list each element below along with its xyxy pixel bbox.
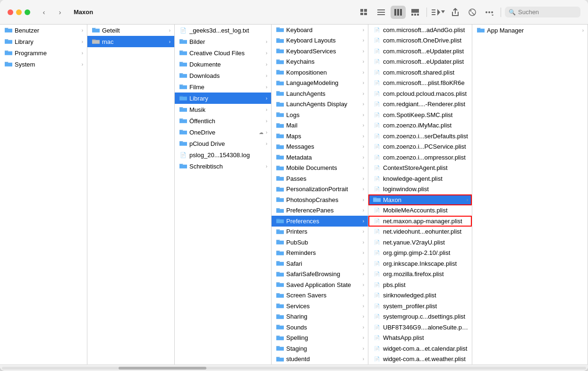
list-item[interactable]: 📄com.zoenzo.i...serDefaults.plist — [368, 131, 472, 142]
list-item[interactable]: mac › — [87, 36, 174, 47]
list-item[interactable]: 📄org.inkscape.Inkscape.plist — [368, 258, 472, 269]
list-item[interactable]: 📄com.microsoft...eUpdater.plist — [368, 46, 472, 57]
list-item[interactable]: LaunchAgents› — [272, 88, 368, 99]
minimize-button[interactable] — [16, 9, 22, 15]
list-item[interactable]: Geteilt › — [87, 25, 174, 36]
list-item[interactable]: Keyboard› — [272, 25, 368, 35]
action-button[interactable] — [482, 6, 497, 19]
maximize-button[interactable] — [25, 9, 30, 15]
list-item[interactable]: Printers› — [272, 227, 368, 237]
list-item[interactable]: Spelling› — [272, 333, 368, 344]
list-item[interactable]: Programme › — [0, 47, 87, 59]
list-item[interactable]: 📄net.maxon.app-manager.plist — [368, 216, 472, 227]
list-item[interactable]: 📄org.gimp.gimp-2.10/.plist — [368, 248, 472, 259]
list-item[interactable]: 📄com.zoenzo.iMyMac.plist — [368, 120, 472, 131]
search-input[interactable] — [518, 8, 575, 16]
scrollbar-thumb[interactable] — [119, 367, 206, 370]
list-item[interactable]: 📄com.microsoft....plist.f8oKR6e — [368, 78, 472, 89]
forward-button[interactable]: › — [54, 6, 66, 18]
list-item[interactable]: Musik › — [175, 104, 271, 115]
list-item[interactable]: Metadata› — [272, 152, 368, 163]
list-item[interactable]: Saved Application State› — [272, 279, 368, 290]
list-item[interactable]: Downloads › — [175, 70, 271, 81]
list-item[interactable]: Schreibtisch › — [175, 160, 271, 172]
list-item[interactable]: LaunchAgents Display› — [272, 99, 368, 110]
list-item[interactable]: 📄siriknowledged.plist — [368, 290, 472, 301]
list-item[interactable]: 📄com.redgiant....-Renderer.plist — [368, 99, 472, 110]
list-item[interactable]: Sharing› — [272, 312, 368, 322]
list-item[interactable]: 📄com.microsoft.shared.plist — [368, 67, 472, 78]
list-item[interactable]: Öffentlich › — [175, 115, 271, 126]
list-item[interactable]: 📄system_profiler.plist — [368, 301, 472, 312]
list-item[interactable]: 📄MobileMeAccounts.plist — [368, 205, 472, 216]
list-item[interactable]: 📄com.pcloud.pcloud.macos.plist — [368, 88, 472, 99]
list-item[interactable]: 📄widget-com.a...et.calendar.plist — [368, 343, 472, 354]
list-item[interactable]: Passes› — [272, 173, 368, 184]
list-item[interactable]: Sounds› — [272, 322, 368, 333]
list-item[interactable]: PubSub› — [272, 237, 368, 248]
list-item[interactable]: Services› — [272, 301, 368, 312]
list-item[interactable]: Logs› — [272, 110, 368, 120]
list-item[interactable]: 📄net.videohunt...eohunter.plist — [368, 227, 472, 237]
list-item[interactable]: PhotoshopCrashes› — [272, 194, 368, 205]
list-item[interactable]: Safari› — [272, 258, 368, 269]
list-item[interactable]: Filme › — [175, 81, 271, 93]
list-item[interactable]: Dokumente › — [175, 59, 271, 70]
scrollbar-track[interactable] — [2, 367, 586, 370]
list-item[interactable]: Staging› — [272, 343, 368, 354]
list-item[interactable]: pCloud Drive › — [175, 138, 271, 149]
list-item[interactable]: Bilder › — [175, 36, 271, 47]
list-item[interactable]: Keyboard Layouts› — [272, 35, 368, 46]
list-item-maxon[interactable]: Maxon› — [368, 194, 472, 205]
list-item[interactable]: 📄net.yanue.V2rayU.plist — [368, 237, 472, 248]
list-item[interactable]: PreferencePanes› — [272, 205, 368, 216]
bottom-scrollbar[interactable] — [0, 364, 588, 371]
list-item[interactable]: KeyboardServices› — [272, 46, 368, 57]
list-item[interactable]: Creative Cloud Files › — [175, 47, 271, 59]
list-item[interactable]: Benutzer › — [0, 25, 87, 36]
list-item[interactable]: 📄pbs.plist — [368, 279, 472, 290]
list-item[interactable]: 📄widget-com.a...et.weather.plist — [368, 354, 472, 365]
list-item[interactable]: 📄knowledge-agent.plist — [368, 173, 472, 184]
list-item-app-manager[interactable]: App Manager › — [472, 25, 588, 36]
view-grid-button[interactable] — [357, 6, 372, 19]
list-item[interactable]: 📄com.SpotiKeep.SMC.plist — [368, 110, 472, 120]
view-list-button[interactable] — [374, 6, 389, 19]
list-item[interactable]: Screen Savers› — [272, 290, 368, 301]
view-column-button[interactable] — [391, 6, 406, 19]
list-item[interactable]: 📄com.zoenzo.i...ompressor.plist — [368, 152, 472, 163]
list-item[interactable]: PersonalizationPortrait› — [272, 184, 368, 195]
view-gallery-button[interactable] — [408, 6, 423, 19]
list-item[interactable]: System › — [0, 59, 87, 70]
list-item[interactable]: 📄UBF8T346G9....aloneSuite.plist — [368, 322, 472, 333]
list-item[interactable]: Messages› — [272, 142, 368, 152]
list-item[interactable]: 📄com.microsoft.OneDrive.plist — [368, 35, 472, 46]
back-button[interactable]: ‹ — [38, 6, 50, 18]
list-item[interactable]: OneDrive ☁ › — [175, 126, 271, 138]
list-item[interactable]: Reminders› — [272, 248, 368, 259]
list-item[interactable]: 📄org.mozilla.firefox.plist — [368, 269, 472, 280]
share-button[interactable] — [448, 6, 463, 19]
list-item[interactable]: 📄com.zoenzo.i...PCService.plist — [368, 142, 472, 152]
list-item[interactable]: Maps› — [272, 131, 368, 142]
list-item[interactable]: 📄com.microsoft...eUpdater.plist — [368, 57, 472, 67]
list-item[interactable]: studentd› — [272, 354, 368, 365]
list-item[interactable]: 📄 pslog_20...154308.log — [175, 149, 271, 160]
list-item[interactable]: 📄com.microsoft...adAndGo.plist — [368, 25, 472, 35]
list-item[interactable]: 📄systemgroup.c...dsettings.plist — [368, 312, 472, 322]
list-item[interactable]: Mobile Documents› — [272, 163, 368, 174]
group-button[interactable] — [431, 6, 446, 19]
list-item[interactable]: Library › — [0, 36, 87, 47]
tag-button[interactable] — [465, 6, 480, 19]
list-item[interactable]: 📄loginwindow.plist — [368, 184, 472, 195]
list-item[interactable]: Preferences› — [272, 216, 368, 227]
list-item-library[interactable]: Library › — [175, 93, 271, 104]
list-item[interactable]: Keychains› — [272, 57, 368, 67]
list-item[interactable]: Mail› — [272, 120, 368, 131]
search-box[interactable]: 🔍 — [505, 7, 580, 17]
list-item[interactable]: SafariSafeBrowsing› — [272, 269, 368, 280]
list-item[interactable]: 📄 _geeks3d...est_log.txt — [175, 25, 271, 36]
close-button[interactable] — [8, 9, 13, 15]
list-item[interactable]: 📄WhatsApp.plist — [368, 333, 472, 344]
list-item[interactable]: LanguageModeling› — [272, 78, 368, 89]
